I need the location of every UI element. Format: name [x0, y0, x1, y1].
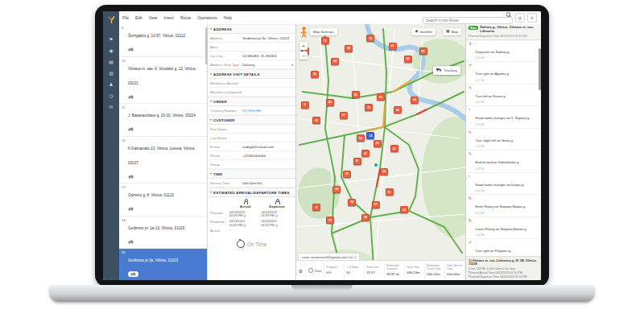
- stop-map-marker[interactable]: 31: [390, 145, 398, 152]
- detail-field-row[interactable]: Address Stop Type Delivery ▾: [208, 60, 295, 69]
- field-value[interactable]: Delivery: [242, 63, 291, 67]
- menu-item[interactable]: Help: [224, 15, 232, 20]
- detail-field-row[interactable]: Last Name ▾: [208, 134, 295, 142]
- stop-list-item[interactable]: 10 Vilniaus m. sav. A. Vivulskio g. 13, …: [119, 57, 207, 105]
- stop-list-item[interactable]: 13 Odminių g. 8, Vilnius, 01122: [119, 184, 207, 217]
- stop-map-marker[interactable]: 27: [372, 201, 380, 208]
- map-settings-button[interactable]: Map Settings: [310, 28, 337, 35]
- order-section-header[interactable]: ▾ ORDER: [208, 97, 295, 106]
- history-icon[interactable]: ◷: [109, 93, 113, 98]
- field-value[interactable]: 00h:00m:00s: [242, 181, 293, 185]
- detail-field-row[interactable]: First Name ▾: [208, 125, 295, 134]
- stop-map-marker[interactable]: 33: [377, 93, 385, 101]
- field-value[interactable]: Gedimino pr.3a, Vilnius, 01103: [242, 36, 293, 40]
- routes-icon[interactable]: ⚑: [109, 37, 113, 42]
- stop-map-marker[interactable]: 76: [365, 104, 373, 111]
- search-input[interactable]: [423, 17, 513, 24]
- chat-icon[interactable]: ✉: [109, 105, 113, 109]
- stop-list-item[interactable]: 12 K.Kalinausko 13, Vilnius, Lietuva, Vi…: [119, 137, 207, 184]
- menu-item[interactable]: View: [149, 15, 158, 20]
- stop-map-marker[interactable]: 16: [374, 140, 382, 147]
- stop-map-marker[interactable]: 36: [311, 71, 319, 78]
- stop-map-marker[interactable]: 29: [404, 56, 412, 63]
- menu-item[interactable]: Operations: [197, 15, 217, 20]
- address-section-header[interactable]: ▾ ADDRESS: [208, 24, 295, 34]
- stop-map-marker[interactable]: 50: [380, 168, 388, 175]
- direction-step[interactable]: ↥ Departure on Šaltinių g. 0.11 Mi.: [466, 40, 541, 63]
- satellite-button[interactable]: ◉ Satellite: [411, 28, 436, 35]
- stop-list-item[interactable]: 11 J. Basanavičiaus g. 20-10, Vilnius, 0…: [119, 104, 207, 137]
- direction-step[interactable]: ↑ Road name changes on V. Šopeno g. 0.16…: [466, 106, 541, 129]
- stop-list-scrollbar[interactable]: [205, 27, 208, 64]
- detail-field-row[interactable]: Lat, Lng 54.686483, 25.284301 ▾: [208, 52, 295, 60]
- menu-item[interactable]: File: [122, 15, 129, 20]
- detail-field-row[interactable]: Alias ▾: [208, 43, 295, 52]
- analytics-icon[interactable]: ▥: [109, 71, 114, 76]
- stop-map-marker[interactable]: 18: [352, 91, 360, 98]
- orders-icon[interactable]: ▤: [109, 60, 114, 64]
- stop-map-marker[interactable]: 43: [400, 206, 408, 213]
- time-section-header[interactable]: ▾ TIME: [208, 169, 295, 179]
- stop-map-marker[interactable]: 9: [301, 101, 309, 109]
- list-icon-button[interactable]: ≡: [527, 13, 537, 23]
- stop-map-marker[interactable]: 24: [411, 97, 419, 104]
- stop-list-item[interactable]: 14 Gedimino pr. 1a-13, Vilnius, 01103: [119, 217, 207, 250]
- visit-section-header[interactable]: ▾ ADDRESS VISIT DETAILS: [208, 69, 295, 79]
- stop-map-marker[interactable]: 90: [361, 214, 369, 221]
- customer-section-header[interactable]: ▾ CUSTOMER: [208, 115, 295, 125]
- map-canvas[interactable]: 80 36 72 44 58 12 67 29 83 9 51 40 62 18…: [296, 24, 465, 280]
- summary-settings-gear-icon[interactable]: ⚙: [296, 261, 306, 280]
- stop-map-marker[interactable]: 68: [332, 186, 341, 193]
- stop-map-marker[interactable]: 55: [343, 171, 351, 178]
- direction-step[interactable]: ↻ Enter Rotary on Stepono Batoro g. 0.21…: [466, 195, 541, 217]
- app-logo-icon[interactable]: [107, 13, 116, 27]
- stop-map-marker[interactable]: 62: [340, 112, 348, 119]
- stop-map-marker[interactable]: 58: [345, 45, 353, 52]
- direction-step[interactable]: ↻ Leave Rotary on Stepono Batoro g. 1.32…: [466, 217, 541, 240]
- detail-field-row[interactable]: Marked as Departed ▾: [208, 88, 295, 97]
- search-icon[interactable]: [506, 12, 511, 17]
- field-value[interactable]: 54.686483, 25.284301: [242, 54, 293, 58]
- stop-map-marker[interactable]: 21: [353, 158, 361, 165]
- detail-field-row[interactable]: Phone +37060164544 ▾: [208, 151, 295, 160]
- tracking-button[interactable]: Tracking: [433, 66, 460, 75]
- stop-map-marker[interactable]: 67: [389, 43, 397, 50]
- stop-map-marker[interactable]: 83: [419, 47, 427, 55]
- stop-map-marker[interactable]: 8: [312, 204, 320, 211]
- detail-field-row[interactable]: Marked as Arrived ▾: [208, 79, 295, 88]
- direction-step[interactable]: ↖ Turn slight left on Seinų g. 0.23 Mi.: [466, 129, 541, 151]
- stop-map-marker[interactable]: 73: [326, 217, 334, 224]
- pegman-icon[interactable]: [300, 27, 308, 41]
- stop-map-marker[interactable]: 47: [361, 150, 369, 157]
- stop-list-item[interactable]: 15 Gedimino pr.3a, Vilnius, 01103: [119, 249, 207, 280]
- zoom-out-button[interactable]: −: [299, 52, 308, 60]
- direction-step[interactable]: ↰ End of road on Geležinkelio g. 0.32 Mi…: [466, 151, 541, 173]
- field-value[interactable]: andriyb@icloud.com: [242, 145, 293, 149]
- team-icon[interactable]: ♟: [109, 82, 113, 87]
- detail-field-row[interactable]: Tracking Number KYY9GQEE: [208, 106, 295, 115]
- stop-list-item[interactable]: 9 Švitrigailos g. 10-57, Vilnius, 01112: [119, 24, 207, 57]
- stop-map-marker[interactable]: 72: [321, 37, 329, 44]
- field-value-link[interactable]: KYY9GQEE: [242, 109, 293, 113]
- direction-step[interactable]: ↰ Turn left on Kauno g. 0.31 Mi.: [466, 85, 541, 107]
- directions-scrollbar[interactable]: [539, 48, 541, 90]
- stop-map-marker[interactable]: 88: [394, 106, 402, 114]
- direction-step[interactable]: ↱ Turn right on Aguonų g. 0.17 Mi.: [466, 62, 541, 85]
- field-value[interactable]: +37060164544: [242, 154, 293, 158]
- target-icon-button[interactable]: ◎: [515, 13, 525, 23]
- stop-map-marker[interactable]: 51: [312, 117, 320, 124]
- map-type-button[interactable]: ▦ Map: [443, 28, 461, 35]
- stop-map-marker[interactable]: 44: [331, 58, 339, 65]
- eta-section-header[interactable]: ▾ ESTIMATED ARRIVAL/DEPARTURE TIMES: [208, 188, 295, 197]
- route-tab[interactable]: route veroninout3@gmail.com Car 1: [298, 253, 360, 260]
- detail-field-row[interactable]: Address Gedimino pr.3a, Vilnius, 01103 ▾: [208, 34, 295, 43]
- stop-map-marker[interactable]: 14: [357, 134, 365, 142]
- stop-map-marker[interactable]: 15: [366, 132, 374, 139]
- menu-item[interactable]: Edit: [135, 15, 142, 20]
- detail-field-row[interactable]: E-mail andriyb@icloud.com ▾: [208, 142, 295, 151]
- stop-map-marker[interactable]: 12: [366, 35, 374, 42]
- menu-item[interactable]: Route: [180, 15, 191, 20]
- stop-map-marker[interactable]: 35: [348, 199, 356, 206]
- stop-map-marker[interactable]: 61: [386, 188, 394, 196]
- direction-step[interactable]: ↑ Road name changes on Drujos g. 0.65 Mi…: [466, 173, 541, 196]
